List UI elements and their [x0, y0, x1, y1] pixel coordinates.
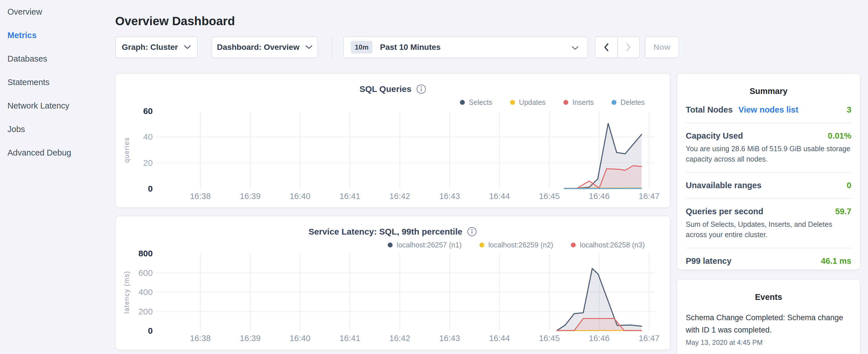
- y-axis-title: queries: [123, 137, 130, 163]
- sidebar-nav: OverviewMetricsDatabasesStatementsNetwor…: [0, 0, 115, 354]
- y-axis-tick-label: 200: [138, 307, 153, 316]
- summary-row-label: Unavailable ranges: [686, 181, 762, 190]
- y-axis-tick-label: 60: [143, 106, 153, 116]
- summary-row-divider: [686, 123, 851, 123]
- summary-row-value: 46.1 ms: [821, 256, 851, 266]
- x-axis-tick-label: 16:46: [589, 192, 610, 201]
- service-latency-chart-card: Service Latency: SQL, 99th percentile lo…: [115, 216, 671, 350]
- summary-row: Total NodesView nodes list3: [686, 105, 851, 115]
- summary-row: Queries per second59.7: [686, 207, 851, 216]
- x-axis-tick-label: 16:43: [439, 192, 460, 201]
- now-button-label: Now: [653, 43, 670, 52]
- summary-panel: Summary Total NodesView nodes list3Capac…: [677, 73, 861, 270]
- summary-row-divider: [686, 248, 851, 248]
- summary-row-divider: [686, 172, 851, 173]
- time-step-prev-button[interactable]: [595, 37, 618, 58]
- summary-row: Unavailable ranges0: [686, 181, 851, 190]
- y-axis-tick-label: 800: [138, 249, 153, 258]
- dashboard-dropdown-label: Dashboard: Overview: [217, 43, 300, 52]
- summary-row-value: 3: [847, 105, 851, 115]
- event-timestamp: May 13, 2020 at 4:45 PM: [686, 339, 851, 347]
- sidebar-item-advanced-debug[interactable]: Advanced Debug: [0, 141, 115, 164]
- overview-dashboard-page: OverviewMetricsDatabasesStatementsNetwor…: [0, 0, 868, 354]
- summary-row: Capacity Used0.01%: [686, 131, 851, 141]
- sidebar-item-databases[interactable]: Databases: [0, 47, 115, 70]
- chevron-down-icon: [571, 46, 579, 51]
- summary-panel-title: Summary: [686, 86, 851, 97]
- y-axis-tick-label: 400: [138, 287, 153, 297]
- x-axis-tick-label: 16:41: [340, 192, 361, 201]
- x-axis-tick-label: 16:39: [240, 334, 261, 343]
- events-panel: Events Schema Change Completed: Schema c…: [677, 279, 861, 354]
- x-axis-tick-label: 16:38: [190, 334, 211, 343]
- summary-row-value: 59.7: [835, 207, 851, 216]
- x-axis-tick-label: 16:40: [290, 334, 311, 343]
- page-title: Overview Dashboard: [115, 14, 235, 28]
- summary-row-label: Capacity Used: [686, 131, 743, 141]
- time-range-badge: 10m: [351, 41, 373, 54]
- x-axis-tick-label: 16:39: [240, 192, 261, 201]
- view-nodes-list-link[interactable]: View nodes list: [739, 105, 798, 115]
- x-axis-tick-label: 16:42: [390, 192, 410, 201]
- sidebar-item-statements[interactable]: Statements: [0, 70, 115, 94]
- chart-plot-area[interactable]: 16:3816:3916:4016:4116:4216:4316:4416:45…: [116, 74, 671, 208]
- event-message: Schema Change Completed: Schema change w…: [686, 312, 851, 336]
- chart-plot-area[interactable]: 16:3816:3916:4016:4116:4216:4316:4416:45…: [116, 216, 671, 351]
- chevron-down-icon: [184, 45, 191, 50]
- summary-row-label: P99 latency: [686, 256, 732, 266]
- y-axis-tick-label: 40: [143, 132, 153, 141]
- sidebar-item-network-latency[interactable]: Network Latency: [0, 94, 115, 118]
- time-range-label: Past 10 Minutes: [380, 43, 441, 52]
- y-axis-title: latency (ms): [123, 271, 130, 313]
- sidebar-item-metrics[interactable]: Metrics: [0, 24, 115, 47]
- time-range-dropdown[interactable]: 10m Past 10 Minutes: [343, 36, 588, 58]
- controls-divider: [332, 36, 332, 58]
- time-step-button-group: [595, 36, 640, 58]
- sidebar-item-jobs[interactable]: Jobs: [0, 118, 115, 141]
- x-axis-tick-label: 16:38: [190, 192, 211, 201]
- y-axis-tick-label: 0: [148, 184, 153, 193]
- x-axis-tick-label: 16:46: [589, 334, 610, 343]
- summary-row-value: 0.01%: [828, 131, 851, 141]
- dashboard-dropdown[interactable]: Dashboard: Overview: [212, 36, 318, 58]
- graph-scope-dropdown-label: Graph: Cluster: [122, 43, 178, 52]
- summary-row-description: Sum of Selects, Updates, Inserts, and De…: [686, 219, 851, 240]
- x-axis-tick-label: 16:40: [290, 192, 311, 201]
- y-axis-tick-label: 600: [138, 268, 153, 278]
- x-axis-tick-label: 16:44: [489, 334, 510, 343]
- sidebar-item-overview[interactable]: Overview: [0, 0, 115, 24]
- x-axis-tick-label: 16:45: [539, 334, 560, 343]
- x-axis-tick-label: 16:43: [439, 334, 460, 343]
- x-axis-tick-label: 16:44: [489, 192, 510, 201]
- x-axis-tick-label: 16:47: [639, 334, 660, 343]
- summary-row-label: Queries per second: [686, 207, 764, 216]
- chevron-left-icon: [603, 43, 609, 52]
- summary-row-label: Total Nodes: [686, 105, 733, 115]
- y-axis-tick-label: 0: [148, 326, 153, 335]
- x-axis-tick-label: 16:42: [390, 334, 410, 343]
- time-step-next-button[interactable]: [618, 37, 640, 58]
- y-axis-tick-label: 20: [143, 158, 153, 167]
- sql-queries-chart-card: SQL Queries SelectsUpdatesInsertsDeletes…: [115, 73, 671, 208]
- x-axis-tick-label: 16:45: [539, 192, 560, 201]
- x-axis-tick-label: 16:47: [639, 192, 660, 201]
- events-panel-title: Events: [686, 292, 851, 302]
- summary-row-value: 0: [847, 181, 851, 190]
- chevron-down-icon: [305, 45, 313, 50]
- summary-row-divider: [686, 198, 851, 199]
- x-axis-tick-label: 16:41: [340, 334, 361, 343]
- summary-row: P99 latency46.1 ms: [686, 256, 851, 266]
- now-button[interactable]: Now: [645, 36, 679, 58]
- graph-scope-dropdown[interactable]: Graph: Cluster: [115, 36, 198, 58]
- summary-row-description: You are using 28.6 MiB of 515.9 GiB usab…: [686, 143, 851, 164]
- chevron-right-icon: [626, 43, 631, 52]
